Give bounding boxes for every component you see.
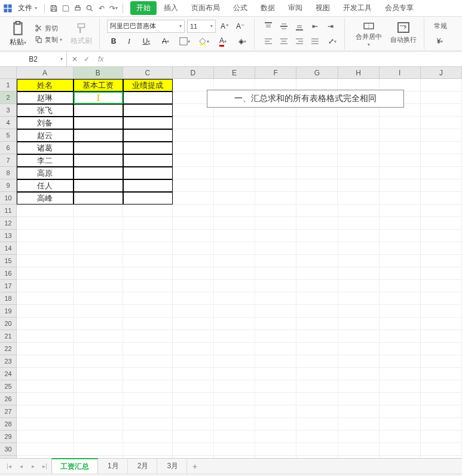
row-header[interactable]: 8 xyxy=(0,167,16,179)
cell[interactable] xyxy=(338,280,380,292)
cell[interactable] xyxy=(255,280,296,292)
cell[interactable] xyxy=(380,129,421,142)
cell[interactable] xyxy=(74,205,123,217)
cell[interactable] xyxy=(380,205,421,217)
cell[interactable] xyxy=(296,343,338,355)
cell[interactable] xyxy=(74,242,123,255)
cell[interactable] xyxy=(338,330,380,343)
sheet-nav-prev-icon[interactable]: ◂ xyxy=(16,461,26,472)
cell[interactable] xyxy=(173,456,214,458)
cell[interactable] xyxy=(173,242,214,255)
row-header[interactable]: 18 xyxy=(0,292,16,305)
cell[interactable] xyxy=(214,318,255,330)
sheet-tab[interactable]: 工资汇总 xyxy=(51,458,98,474)
cell[interactable] xyxy=(173,318,214,330)
cell[interactable] xyxy=(255,192,296,205)
cell[interactable] xyxy=(380,456,421,458)
cell[interactable]: 业绩提成 xyxy=(123,79,173,91)
cell[interactable] xyxy=(338,230,380,242)
italic-button[interactable]: I xyxy=(123,35,136,48)
cell[interactable] xyxy=(123,405,173,418)
cell[interactable] xyxy=(214,129,255,142)
cell[interactable] xyxy=(421,368,462,380)
cell[interactable] xyxy=(338,167,379,179)
cell[interactable] xyxy=(173,355,214,368)
redo-icon[interactable]: ↷ xyxy=(108,3,119,14)
cell[interactable] xyxy=(380,443,421,456)
cell[interactable] xyxy=(74,280,123,292)
cell[interactable] xyxy=(17,418,74,431)
cell[interactable] xyxy=(380,393,421,405)
cell[interactable]: 高峰 xyxy=(17,192,74,205)
cell[interactable] xyxy=(17,267,74,280)
row-header[interactable]: 20 xyxy=(0,318,16,330)
cell[interactable] xyxy=(421,230,462,242)
cell[interactable] xyxy=(173,217,214,230)
cell[interactable] xyxy=(296,431,338,443)
cell[interactable] xyxy=(338,154,379,167)
cell[interactable] xyxy=(380,192,421,205)
cell[interactable] xyxy=(255,117,296,129)
cell[interactable] xyxy=(123,456,173,458)
cell[interactable] xyxy=(17,230,74,242)
align-left-icon[interactable] xyxy=(262,35,275,48)
row-header[interactable]: 15 xyxy=(0,255,16,267)
cell[interactable] xyxy=(173,368,214,380)
cell[interactable] xyxy=(296,154,338,167)
cell[interactable] xyxy=(296,292,338,305)
cell[interactable] xyxy=(123,117,173,129)
paste-button[interactable]: 粘贴 xyxy=(6,20,30,48)
merge-button[interactable]: 合并居中 xyxy=(352,19,385,48)
cell[interactable] xyxy=(296,129,338,142)
cell[interactable] xyxy=(123,418,173,431)
cell[interactable] xyxy=(123,167,173,179)
cell[interactable] xyxy=(74,343,123,355)
underline-button[interactable]: U xyxy=(138,35,155,48)
cell[interactable] xyxy=(421,305,462,318)
cell[interactable] xyxy=(214,280,255,292)
cell[interactable] xyxy=(74,393,123,405)
cell[interactable] xyxy=(214,217,255,230)
row-header[interactable]: 13 xyxy=(0,230,16,242)
cell[interactable] xyxy=(123,330,173,343)
cell[interactable] xyxy=(255,456,296,458)
cell[interactable] xyxy=(17,217,74,230)
cell[interactable] xyxy=(255,305,296,318)
cell[interactable] xyxy=(17,205,74,217)
cell[interactable] xyxy=(123,91,173,104)
cell[interactable] xyxy=(338,255,380,267)
cell[interactable] xyxy=(255,343,296,355)
row-header[interactable]: 31 xyxy=(0,456,16,458)
cell[interactable] xyxy=(421,393,462,405)
row-header[interactable]: 6 xyxy=(0,142,16,154)
cell[interactable] xyxy=(123,154,173,167)
cell[interactable] xyxy=(255,368,296,380)
cell[interactable] xyxy=(123,230,173,242)
row-header[interactable]: 25 xyxy=(0,380,16,393)
row-header[interactable]: 4 xyxy=(0,117,16,129)
cell[interactable] xyxy=(380,179,421,192)
cell[interactable] xyxy=(338,305,380,318)
row-header[interactable]: 5 xyxy=(0,129,16,142)
save-icon[interactable] xyxy=(48,3,59,14)
cell[interactable] xyxy=(214,343,255,355)
cell[interactable] xyxy=(296,330,338,343)
cell[interactable] xyxy=(173,142,214,154)
row-header[interactable]: 9 xyxy=(0,179,16,192)
cell[interactable] xyxy=(255,418,296,431)
cell[interactable] xyxy=(123,380,173,393)
cell[interactable] xyxy=(74,380,123,393)
cell[interactable] xyxy=(421,217,462,230)
cell[interactable] xyxy=(296,368,338,380)
cell[interactable] xyxy=(214,368,255,380)
cell[interactable] xyxy=(123,205,173,217)
cell[interactable] xyxy=(17,393,74,405)
cell[interactable] xyxy=(74,267,123,280)
cell[interactable] xyxy=(380,167,421,179)
cell[interactable] xyxy=(123,343,173,355)
cell[interactable] xyxy=(338,117,379,129)
cell[interactable] xyxy=(380,343,421,355)
row-header[interactable]: 3 xyxy=(0,104,16,117)
strikethrough-button[interactable]: A xyxy=(157,35,174,48)
cell[interactable] xyxy=(17,456,74,458)
